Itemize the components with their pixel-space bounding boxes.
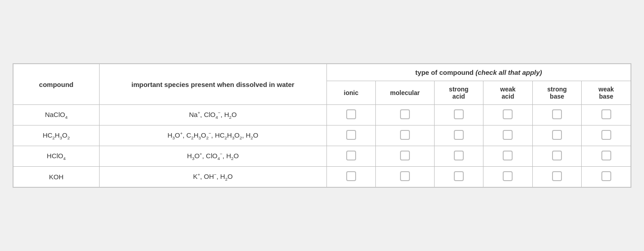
compound-cell: KOH xyxy=(13,167,100,187)
checkbox[interactable] xyxy=(601,171,611,181)
checkbox[interactable] xyxy=(400,109,410,119)
checkbox-cell[interactable] xyxy=(532,146,582,167)
checkbox[interactable] xyxy=(346,109,356,119)
checkbox-cell[interactable] xyxy=(434,146,483,167)
subheader-strong-base: strongbase xyxy=(532,81,582,105)
checkbox[interactable] xyxy=(454,130,464,140)
subheader-strong-acid: strongacid xyxy=(434,81,483,105)
table-row: KOHK+, OH−, H2O xyxy=(13,167,631,187)
subheader-molecular: molecular xyxy=(376,81,434,105)
compound-header: compound xyxy=(13,64,100,105)
chemistry-table: compound important species present when … xyxy=(13,63,631,188)
checkbox[interactable] xyxy=(552,109,562,119)
checkbox[interactable] xyxy=(552,130,562,140)
checkbox[interactable] xyxy=(400,171,410,181)
checkbox-cell[interactable] xyxy=(376,105,434,126)
checkbox[interactable] xyxy=(601,151,611,160)
checkbox-cell[interactable] xyxy=(326,146,376,167)
checkbox[interactable] xyxy=(454,109,464,119)
checkbox-cell[interactable] xyxy=(376,126,434,146)
checkbox-cell[interactable] xyxy=(326,126,376,146)
checkbox-cell[interactable] xyxy=(532,126,582,146)
table-row: HC2H3O2H3O+, C2H3O2−, HC2H3O2, H2O xyxy=(13,126,631,146)
checkbox[interactable] xyxy=(552,151,562,160)
checkbox[interactable] xyxy=(400,130,410,140)
compound-cell: HClO4 xyxy=(13,146,100,167)
species-cell: K+, OH−, H2O xyxy=(99,167,326,187)
type-label: type of compound xyxy=(415,69,474,76)
species-cell: H3O+, C2H3O2−, HC2H3O2, H2O xyxy=(99,126,326,146)
checkbox-cell[interactable] xyxy=(434,126,483,146)
type-sublabel: (check all that apply) xyxy=(475,69,542,76)
checkbox-cell[interactable] xyxy=(532,167,582,187)
subheader-weak-base: weakbase xyxy=(582,81,631,105)
checkbox-cell[interactable] xyxy=(582,167,631,187)
checkbox-cell[interactable] xyxy=(483,167,533,187)
checkbox[interactable] xyxy=(454,171,464,181)
checkbox-cell[interactable] xyxy=(582,105,631,126)
subheader-weak-acid: weakacid xyxy=(483,81,533,105)
checkbox-cell[interactable] xyxy=(326,105,376,126)
checkbox-cell[interactable] xyxy=(483,146,533,167)
checkbox-cell[interactable] xyxy=(483,126,533,146)
compound-cell: NaClO4 xyxy=(13,105,100,126)
checkbox-cell[interactable] xyxy=(376,146,434,167)
checkbox[interactable] xyxy=(346,171,356,181)
checkbox[interactable] xyxy=(503,171,513,181)
checkbox[interactable] xyxy=(601,130,611,140)
checkbox[interactable] xyxy=(503,151,513,160)
checkbox[interactable] xyxy=(400,151,410,160)
table-row: HClO4H3O+, ClO4−, H2O xyxy=(13,146,631,167)
checkbox[interactable] xyxy=(346,130,356,140)
compound-cell: HC2H3O2 xyxy=(13,126,100,146)
checkbox-cell[interactable] xyxy=(376,167,434,187)
type-header: type of compound (check all that apply) xyxy=(326,64,631,81)
checkbox-cell[interactable] xyxy=(483,105,533,126)
checkbox-cell[interactable] xyxy=(582,146,631,167)
checkbox-cell[interactable] xyxy=(326,167,376,187)
species-cell: Na+, ClO4−, H2O xyxy=(99,105,326,126)
checkbox[interactable] xyxy=(552,171,562,181)
checkbox-cell[interactable] xyxy=(582,126,631,146)
checkbox[interactable] xyxy=(601,109,611,119)
species-header: important species present when dissolved… xyxy=(99,64,326,105)
checkbox-cell[interactable] xyxy=(434,105,483,126)
subheader-ionic: ionic xyxy=(326,81,376,105)
checkbox[interactable] xyxy=(454,151,464,160)
species-cell: H3O+, ClO4−, H2O xyxy=(99,146,326,167)
checkbox[interactable] xyxy=(503,130,513,140)
checkbox[interactable] xyxy=(503,109,513,119)
checkbox-cell[interactable] xyxy=(434,167,483,187)
checkbox-cell[interactable] xyxy=(532,105,582,126)
table-row: NaClO4Na+, ClO4−, H2O xyxy=(13,105,631,126)
checkbox[interactable] xyxy=(346,151,356,160)
